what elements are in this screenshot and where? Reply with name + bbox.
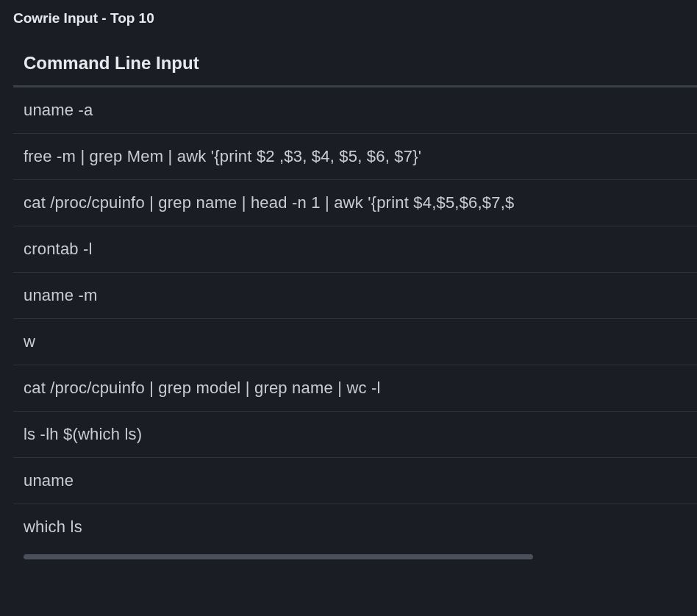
table-row[interactable]: w <box>13 319 697 365</box>
command-text: cat /proc/cpuinfo | grep model | grep na… <box>24 379 381 397</box>
table-row[interactable]: ls -lh $(which ls) <box>13 412 697 458</box>
command-table: Command Line Input uname -a free -m | gr… <box>13 40 697 559</box>
command-text: which ls <box>24 517 82 536</box>
table-row[interactable]: uname -m <box>13 273 697 319</box>
table-row[interactable]: cat /proc/cpuinfo | grep name | head -n … <box>13 180 697 226</box>
table-row[interactable]: cat /proc/cpuinfo | grep model | grep na… <box>13 365 697 412</box>
command-text: uname <box>24 471 74 490</box>
command-text: cat /proc/cpuinfo | grep name | head -n … <box>24 193 514 212</box>
horizontal-scrollbar[interactable] <box>24 554 694 559</box>
scrollbar-thumb[interactable] <box>24 554 533 559</box>
table-row[interactable]: uname <box>13 458 697 504</box>
table-row[interactable]: which ls <box>13 504 697 550</box>
command-text: free -m | grep Mem | awk '{print $2 ,$3,… <box>24 147 421 165</box>
command-text: uname -m <box>24 286 98 304</box>
command-text: ls -lh $(which ls) <box>24 425 142 443</box>
table-container: Command Line Input uname -a free -m | gr… <box>0 40 697 559</box>
command-text: crontab -l <box>24 240 93 258</box>
table-row[interactable]: crontab -l <box>13 226 697 273</box>
command-text: uname -a <box>24 101 93 119</box>
panel-cowrie-input: Cowrie Input - Top 10 Command Line Input… <box>0 0 697 559</box>
command-text: w <box>24 332 35 351</box>
table-row[interactable]: uname -a <box>13 87 697 134</box>
table-row[interactable]: free -m | grep Mem | awk '{print $2 ,$3,… <box>13 134 697 180</box>
table-header[interactable]: Command Line Input <box>13 40 697 87</box>
panel-title: Cowrie Input - Top 10 <box>0 0 697 40</box>
table-header-label: Command Line Input <box>24 53 199 73</box>
